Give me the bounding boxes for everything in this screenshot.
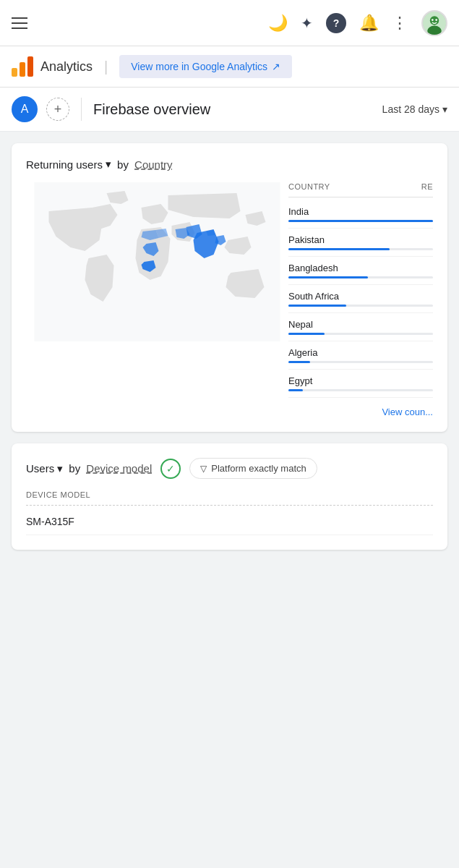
spark-icon[interactable]: ✦ [301, 14, 313, 32]
table-header: COUNTRY RE [288, 182, 433, 197]
device-model-column-header: DEVICE MODEL [26, 490, 90, 499]
country-bar-background [288, 248, 433, 250]
device-card-title: Users ▾ by Device model [26, 462, 152, 475]
country-row: Egypt [288, 370, 433, 398]
users-label: Users [26, 462, 54, 475]
column-country-header: COUNTRY [288, 182, 404, 191]
device-row: SM-A315F [26, 509, 433, 535]
returning-users-card: Returning users ▾ by Country [12, 143, 447, 432]
view-more-button[interactable]: View more in Google Analytics ↗ [119, 55, 292, 78]
filter-icon: ▽ [200, 464, 207, 474]
country-bar-fill [288, 361, 310, 363]
country-row: South Africa [288, 285, 433, 313]
nav-left [12, 17, 27, 29]
platform-filter-button[interactable]: ▽ Platform exactly match [189, 458, 317, 479]
filter-label: Platform exactly match [211, 463, 306, 474]
country-bar-background [288, 276, 433, 278]
device-table-header: DEVICE MODEL [26, 490, 433, 506]
country-bar-background [288, 220, 433, 222]
country-row: Pakistan [288, 229, 433, 257]
logo-bar-small [12, 68, 17, 77]
view-more-label: View more in Google Analytics [131, 61, 267, 72]
more-options-icon[interactable]: ⋮ [392, 14, 408, 33]
country-name: South Africa [288, 291, 433, 302]
country-bar-fill [288, 389, 303, 391]
country-list: India Pakistan Bangladesh South Africa N… [288, 200, 433, 398]
add-report-button[interactable]: + [46, 98, 69, 121]
country-bar-background [288, 305, 433, 307]
by-label: by [114, 158, 132, 171]
by-label: by [66, 462, 83, 475]
metric-label: Returning users [26, 158, 103, 171]
country-name: Algeria [288, 347, 433, 358]
moon-icon[interactable]: 🌙 [268, 14, 288, 33]
vertical-divider [81, 98, 82, 121]
date-range-button[interactable]: Last 28 days ▾ [382, 103, 447, 115]
country-bar-fill [288, 248, 390, 250]
add-icon: + [54, 102, 62, 117]
country-row: Algeria [288, 341, 433, 370]
main-content: Returning users ▾ by Country [0, 132, 459, 561]
date-range-label: Last 28 days [382, 103, 439, 115]
dimension-label: Country [134, 158, 173, 171]
country-row: India [288, 200, 433, 229]
device-list: SM-A315F [26, 509, 433, 535]
dropdown-arrow-icon[interactable]: ▾ [57, 462, 63, 475]
country-name: Bangladesh [288, 263, 433, 273]
world-map [26, 182, 288, 341]
view-country-link[interactable]: View coun... [288, 407, 433, 417]
help-icon[interactable]: ? [326, 13, 346, 33]
analytics-title: Analytics [40, 59, 93, 75]
device-model-name: SM-A315F [26, 516, 433, 527]
hamburger-menu[interactable] [12, 17, 27, 29]
country-bar-fill [288, 276, 368, 278]
nav-right: 🌙 ✦ ? 🔔 ⋮ [268, 10, 447, 36]
external-link-icon: ↗ [272, 61, 280, 72]
chevron-down-icon: ▾ [442, 103, 447, 115]
check-icon: ✓ [160, 459, 181, 479]
checkmark: ✓ [166, 463, 175, 475]
country-bar-background [288, 333, 433, 335]
card-title: Returning users ▾ by Country [26, 158, 173, 171]
country-bar-fill [288, 305, 346, 307]
country-bar-background [288, 389, 433, 391]
top-navigation: 🌙 ✦ ? 🔔 ⋮ [0, 0, 459, 46]
svg-point-4 [435, 19, 437, 21]
dropdown-arrow-icon[interactable]: ▾ [106, 158, 111, 171]
account-bubble[interactable]: A [12, 96, 38, 122]
device-dimension-label: Device model [86, 462, 152, 475]
device-card-title-row: Users ▾ by Device model ✓ ▽ Platform exa… [26, 458, 433, 479]
logo-bar-large [27, 56, 33, 77]
analytics-logo: Analytics [12, 56, 93, 77]
device-model-card: Users ▾ by Device model ✓ ▽ Platform exa… [12, 443, 447, 550]
svg-point-2 [427, 25, 442, 35]
country-name: Pakistan [288, 234, 433, 245]
user-avatar[interactable] [421, 10, 447, 36]
account-label: A [21, 103, 29, 116]
country-bar-fill [288, 220, 433, 222]
country-row: Bangladesh [288, 257, 433, 285]
logo-bars [12, 56, 33, 77]
card-title-row: Returning users ▾ by Country [26, 158, 433, 171]
country-row: Nepal [288, 313, 433, 341]
country-name: Nepal [288, 319, 433, 330]
column-re-header: RE [404, 182, 433, 191]
country-name: India [288, 206, 433, 217]
country-bar-fill [288, 333, 325, 335]
bell-icon[interactable]: 🔔 [359, 14, 379, 33]
country-table: COUNTRY RE India Pakistan Bangladesh Sou… [288, 182, 433, 417]
country-bar-background [288, 361, 433, 363]
firebase-overview-title: Firebase overview [93, 101, 374, 118]
country-name: Egypt [288, 375, 433, 386]
analytics-header: Analytics | View more in Google Analytic… [0, 46, 459, 88]
header-divider: | [104, 59, 108, 75]
logo-bar-medium [20, 62, 25, 77]
world-map-container [26, 182, 288, 417]
map-and-table: COUNTRY RE India Pakistan Bangladesh Sou… [26, 182, 433, 417]
dashboard-row: A + Firebase overview Last 28 days ▾ [0, 88, 459, 132]
svg-point-3 [432, 19, 434, 21]
